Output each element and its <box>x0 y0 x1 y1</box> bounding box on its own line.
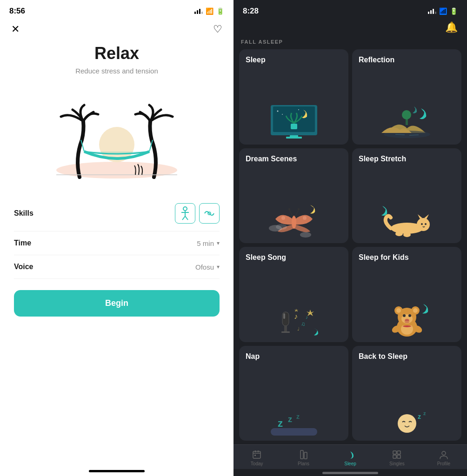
svg-point-37 <box>403 232 411 237</box>
svg-point-14 <box>277 110 278 112</box>
plans-icon <box>299 450 309 460</box>
svg-line-23 <box>409 135 419 135</box>
svg-point-27 <box>288 208 290 210</box>
sleep-stretch-card-title: Sleep Stretch <box>359 155 455 163</box>
skills-label: Skills <box>14 209 33 218</box>
back-to-sleep-card-title: Back to Sleep <box>359 352 455 361</box>
svg-text:z: z <box>278 417 283 429</box>
svg-rect-68 <box>255 450 256 452</box>
dream-scenes-card[interactable]: Dream Scenes <box>239 148 348 244</box>
sleep-grid: Sleep <box>234 49 467 444</box>
sleep-card[interactable]: Sleep <box>239 49 348 145</box>
svg-point-54 <box>403 314 406 317</box>
notification-bell-icon[interactable]: 🔔 <box>445 21 458 33</box>
today-icon <box>252 450 262 460</box>
right-status-bar: 8:28 📶 🔋 <box>234 0 467 20</box>
sleep-song-illustration: ♪ ♫ ♩ ♪ <box>246 264 342 337</box>
tab-sleep[interactable]: Sleep <box>327 450 374 466</box>
svg-point-34 <box>421 223 423 225</box>
close-button[interactable]: ✕ <box>11 23 20 35</box>
wifi-icon: 📶 <box>206 7 213 15</box>
svg-point-56 <box>405 319 409 322</box>
right-status-icons: 📶 🔋 <box>428 7 458 15</box>
back-to-sleep-card[interactable]: Back to Sleep z z <box>352 346 461 441</box>
section-label: FALL ASLEEP <box>234 37 467 49</box>
sleep-for-kids-illustration <box>359 264 455 337</box>
home-indicator <box>89 470 145 472</box>
svg-point-33 <box>417 218 430 231</box>
nap-card[interactable]: Nap z z z <box>239 346 348 441</box>
right-signal-icon <box>428 9 436 14</box>
dream-scenes-card-title: Dream Scenes <box>246 155 342 163</box>
sleep-stretch-illustration <box>359 166 455 239</box>
sleep-for-kids-card-title: Sleep for Kids <box>359 253 455 262</box>
voice-chevron: ▾ <box>217 264 220 270</box>
svg-point-52 <box>413 308 418 313</box>
left-status-icons: 📶 🔋 <box>194 7 224 15</box>
svg-text:♪: ♪ <box>294 312 298 320</box>
tab-today-label: Today <box>251 461 263 466</box>
voice-label: Voice <box>14 263 33 271</box>
svg-line-22 <box>395 134 405 135</box>
sleep-for-kids-card[interactable]: Sleep for Kids <box>352 247 461 342</box>
svg-line-8 <box>182 216 185 220</box>
reflection-card[interactable]: Reflection <box>352 49 461 145</box>
svg-rect-74 <box>397 451 400 454</box>
tab-plans-label: Plans <box>298 461 309 466</box>
tab-profile[interactable]: Profile <box>420 450 467 466</box>
tab-singles-label: Singles <box>389 461 405 466</box>
tab-plans[interactable]: Plans <box>280 450 327 466</box>
svg-text:♩: ♩ <box>297 326 300 331</box>
svg-point-51 <box>396 308 401 313</box>
svg-point-36 <box>395 231 403 236</box>
svg-point-26 <box>303 216 307 220</box>
svg-point-21 <box>402 110 411 119</box>
time-value[interactable]: 5 min ▾ <box>197 239 220 247</box>
battery-icon: 🔋 <box>216 7 224 15</box>
sleep-stretch-card[interactable]: Sleep Stretch <box>352 148 461 244</box>
svg-rect-76 <box>397 455 400 458</box>
sleep-tab-icon <box>345 450 355 460</box>
tab-singles[interactable]: Singles <box>374 450 420 466</box>
time-row[interactable]: Time 5 min ▾ <box>14 231 220 255</box>
svg-text:z: z <box>296 413 300 420</box>
right-panel: 8:28 📶 🔋 🔔 FALL ASLEEP Sleep <box>234 0 467 476</box>
svg-point-15 <box>282 114 283 115</box>
profile-icon <box>439 450 449 460</box>
page-subtitle: Reduce stress and tension <box>75 67 158 75</box>
svg-point-77 <box>442 451 446 455</box>
svg-text:z: z <box>288 415 292 424</box>
svg-rect-71 <box>300 450 303 459</box>
dream-scenes-illustration <box>246 166 342 239</box>
svg-rect-62 <box>271 428 317 436</box>
right-time: 8:28 <box>243 7 259 16</box>
svg-point-55 <box>408 314 411 317</box>
svg-text:♪: ♪ <box>306 315 308 320</box>
back-to-sleep-illustration: z z <box>359 364 455 436</box>
sleep-song-card[interactable]: Sleep Song ♪ ♫ ♩ ♪ <box>239 247 348 342</box>
begin-button[interactable]: Begin <box>14 290 220 317</box>
svg-rect-40 <box>281 331 290 333</box>
tab-today[interactable]: Today <box>234 450 280 466</box>
svg-point-5 <box>183 207 187 211</box>
svg-rect-18 <box>286 137 302 139</box>
tab-bar: Today Plans Sleep Singles <box>234 444 467 469</box>
svg-rect-13 <box>291 124 297 129</box>
reflection-illustration <box>359 67 455 140</box>
svg-point-30 <box>276 224 287 230</box>
voice-row[interactable]: Voice Ofosu ▾ <box>14 255 220 279</box>
right-wifi-icon: 📶 <box>439 7 447 15</box>
page-title: Relax <box>94 44 139 63</box>
favorite-button[interactable]: ♡ <box>213 23 222 35</box>
svg-rect-70 <box>254 455 256 456</box>
reflection-card-title: Reflection <box>359 56 455 64</box>
left-time: 8:56 <box>9 7 25 16</box>
right-battery-icon: 🔋 <box>450 7 458 15</box>
right-home-indicator <box>322 472 378 474</box>
voice-value[interactable]: Ofosu ▾ <box>195 263 220 271</box>
svg-point-16 <box>298 109 299 110</box>
skill-body-icon <box>175 203 195 224</box>
svg-point-25 <box>281 216 285 220</box>
signal-icon <box>194 9 203 14</box>
sleep-illustration <box>246 67 342 140</box>
